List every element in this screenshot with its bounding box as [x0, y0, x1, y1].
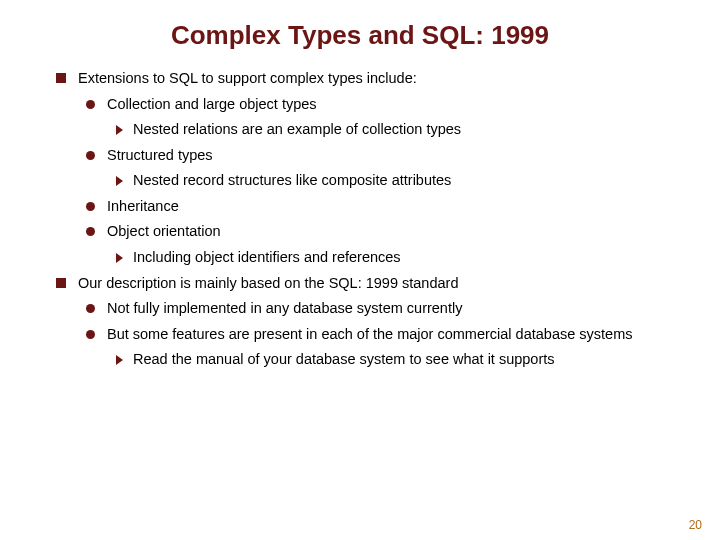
bullet-text: Not fully implemented in any database sy…	[107, 299, 690, 319]
dot-bullet-icon	[86, 151, 95, 160]
bullet-level1: Extensions to SQL to support complex typ…	[56, 69, 690, 89]
bullet-text: Our description is mainly based on the S…	[78, 274, 690, 294]
bullet-text: Inheritance	[107, 197, 690, 217]
arrow-bullet-icon	[116, 176, 123, 186]
bullet-level2: But some features are present in each of…	[86, 325, 690, 345]
arrow-bullet-icon	[116, 253, 123, 263]
dot-bullet-icon	[86, 330, 95, 339]
square-bullet-icon	[56, 278, 66, 288]
dot-bullet-icon	[86, 304, 95, 313]
bullet-level2: Object orientation	[86, 222, 690, 242]
bullet-text: Object orientation	[107, 222, 690, 242]
bullet-level3: Read the manual of your database system …	[116, 350, 690, 370]
bullet-text: Extensions to SQL to support complex typ…	[78, 69, 690, 89]
bullet-level2: Inheritance	[86, 197, 690, 217]
bullet-text: But some features are present in each of…	[107, 325, 690, 345]
bullet-level3: Including object identifiers and referen…	[116, 248, 690, 268]
dot-bullet-icon	[86, 227, 95, 236]
bullet-text: Nested relations are an example of colle…	[133, 120, 690, 140]
arrow-bullet-icon	[116, 355, 123, 365]
bullet-level3: Nested relations are an example of colle…	[116, 120, 690, 140]
arrow-bullet-icon	[116, 125, 123, 135]
bullet-level2: Collection and large object types	[86, 95, 690, 115]
bullet-text: Read the manual of your database system …	[133, 350, 690, 370]
bullet-text: Nested record structures like composite …	[133, 171, 690, 191]
dot-bullet-icon	[86, 100, 95, 109]
bullet-text: Collection and large object types	[107, 95, 690, 115]
bullet-level1: Our description is mainly based on the S…	[56, 274, 690, 294]
bullet-level2: Not fully implemented in any database sy…	[86, 299, 690, 319]
bullet-text: Including object identifiers and referen…	[133, 248, 690, 268]
dot-bullet-icon	[86, 202, 95, 211]
bullet-text: Structured types	[107, 146, 690, 166]
page-number: 20	[689, 518, 702, 532]
slide-title: Complex Types and SQL: 1999	[0, 20, 720, 51]
slide-content: Extensions to SQL to support complex typ…	[0, 69, 720, 370]
bullet-level2: Structured types	[86, 146, 690, 166]
bullet-level3: Nested record structures like composite …	[116, 171, 690, 191]
square-bullet-icon	[56, 73, 66, 83]
